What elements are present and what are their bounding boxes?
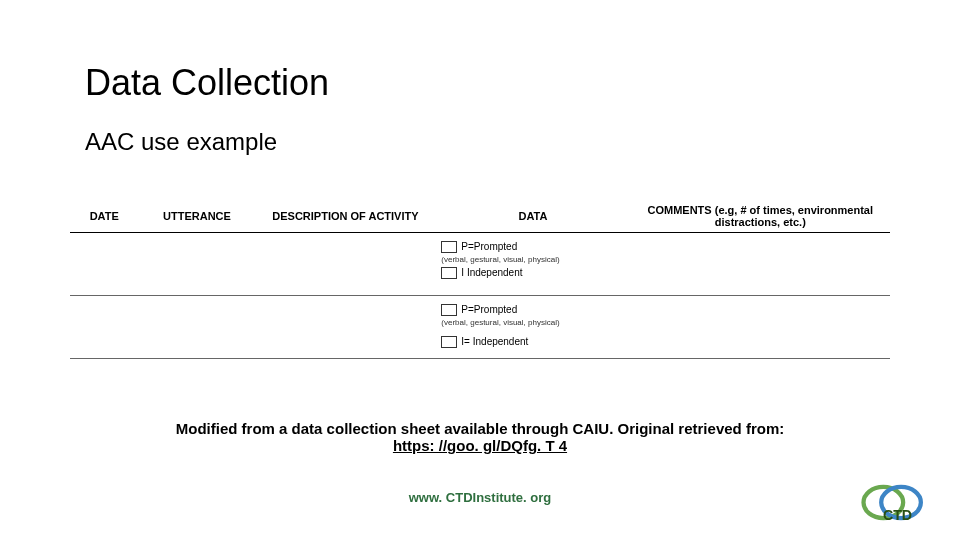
cell-comments	[631, 233, 890, 296]
prompted-note: (verbal, gestural, visual, physical)	[441, 318, 624, 328]
header-data: DATA	[435, 200, 630, 233]
ctd-logo: CTD	[855, 480, 940, 525]
prompted-note: (verbal, gestural, visual, physical)	[441, 255, 624, 265]
page-title: Data Collection	[85, 62, 329, 104]
table-row: P=Prompted (verbal, gestural, visual, ph…	[70, 233, 890, 296]
independent-label: I Independent	[461, 267, 522, 278]
cell-data: P=Prompted (verbal, gestural, visual, ph…	[435, 233, 630, 296]
slide: Data Collection AAC use example DATE UTT…	[0, 0, 960, 540]
cell-date	[70, 296, 138, 359]
cell-description	[256, 296, 436, 359]
caption-text: Modified from a data collection sheet av…	[176, 420, 784, 437]
cell-comments	[631, 296, 890, 359]
header-comments: COMMENTS (e.g, # of times, environmental…	[631, 200, 890, 233]
page-subtitle: AAC use example	[85, 128, 277, 156]
table-row: P=Prompted (verbal, gestural, visual, ph…	[70, 296, 890, 359]
cell-utterance	[138, 233, 255, 296]
checkbox-icon	[441, 304, 457, 316]
checkbox-icon	[441, 241, 457, 253]
checkbox-icon	[441, 336, 457, 348]
header-utterance: UTTERANCE	[138, 200, 255, 233]
svg-text:CTD: CTD	[883, 507, 912, 523]
table-header-row: DATE UTTERANCE DESCRIPTION OF ACTIVITY D…	[70, 200, 890, 233]
independent-label: I= Independent	[461, 336, 528, 347]
cell-date	[70, 233, 138, 296]
prompted-label: P=Prompted	[461, 304, 517, 315]
source-caption: Modified from a data collection sheet av…	[0, 420, 960, 454]
checkbox-icon	[441, 267, 457, 279]
footer-url: www. CTDInstitute. org	[0, 490, 960, 505]
data-collection-table: DATE UTTERANCE DESCRIPTION OF ACTIVITY D…	[70, 200, 890, 359]
source-link[interactable]: https: //goo. gl/DQfg. T 4	[393, 437, 567, 454]
cell-description	[256, 233, 436, 296]
header-date: DATE	[70, 200, 138, 233]
cell-data: P=Prompted (verbal, gestural, visual, ph…	[435, 296, 630, 359]
header-description: DESCRIPTION OF ACTIVITY	[256, 200, 436, 233]
cell-utterance	[138, 296, 255, 359]
prompted-label: P=Prompted	[461, 241, 517, 252]
